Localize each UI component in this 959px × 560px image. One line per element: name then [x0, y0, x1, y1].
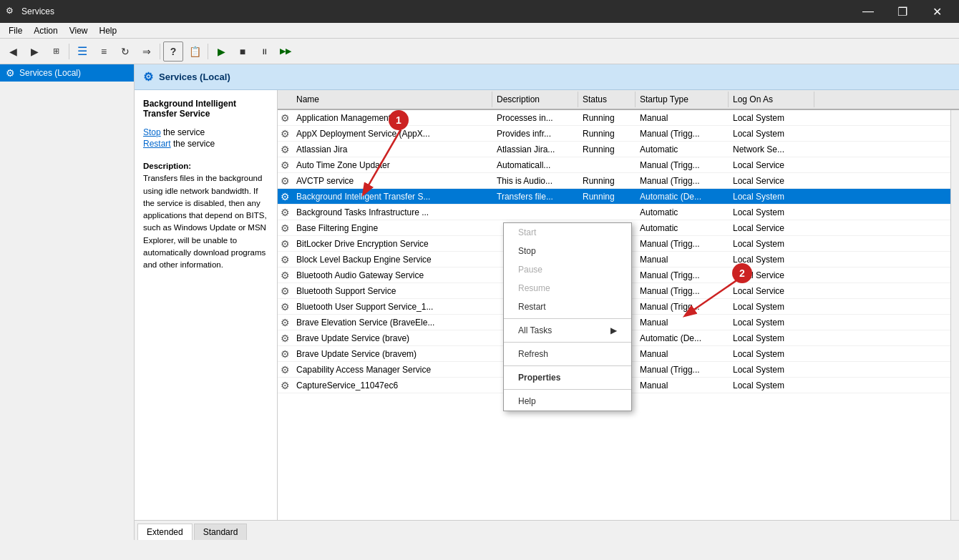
context-menu-item-properties[interactable]: Properties: [504, 368, 631, 387]
row-logon: Local System: [729, 332, 814, 345]
row-name: Brave Elevation Service (BraveEle...: [292, 316, 492, 329]
row-name: AVCTP service: [292, 175, 492, 187]
table-row[interactable]: ⚙ AVCTP service This is Audio... Running…: [278, 173, 959, 189]
context-menu-item-pause: Pause: [504, 260, 631, 279]
services-header-icon: ⚙: [143, 70, 153, 84]
table-row[interactable]: ⚙ Background Tasks Infrastructure ... Au…: [278, 205, 959, 220]
row-logon: Local System: [729, 363, 814, 376]
app-title: Services: [21, 6, 852, 16]
show-hide-button[interactable]: ☰: [72, 41, 92, 62]
row-startup: Manual (Trigg...: [636, 269, 729, 282]
row-logon: Local System: [729, 190, 814, 203]
forward-button[interactable]: ▶: [24, 41, 44, 62]
menu-view[interactable]: View: [64, 24, 94, 37]
row-desc: Transfers file...: [492, 190, 578, 203]
tab-standard[interactable]: Standard: [194, 524, 248, 540]
properties-button[interactable]: 📋: [185, 41, 205, 62]
table-row[interactable]: ⚙ Application Management Processes in...…: [278, 110, 959, 126]
tab-extended[interactable]: Extended: [137, 524, 193, 540]
row-logon: Local System: [729, 300, 814, 313]
restart-link[interactable]: Restart: [143, 139, 171, 149]
context-menu-item-refresh[interactable]: Refresh: [504, 345, 631, 363]
row-logon: Local System: [729, 316, 814, 329]
context-menu-item-help[interactable]: Help: [504, 392, 631, 411]
row-status: [578, 164, 636, 167]
row-startup: Manual (Trigg...: [636, 363, 729, 376]
row-name: Capability Access Manager Service: [292, 363, 492, 376]
toolbar-separator-1: [69, 44, 69, 59]
context-menu-separator: [504, 365, 631, 366]
context-menu-item-all-tasks[interactable]: All Tasks▶: [504, 321, 631, 340]
row-icon: ⚙: [278, 268, 292, 283]
minimize-button[interactable]: —: [852, 0, 885, 23]
row-icon: ⚙: [278, 252, 292, 267]
row-desc: [492, 211, 578, 214]
col-header-status[interactable]: Status: [578, 92, 636, 107]
service-info-panel: Background Intelligent Transfer Service …: [135, 90, 278, 520]
export-button[interactable]: ⇒: [137, 41, 157, 62]
row-desc: Atlassian Jira...: [492, 143, 578, 156]
list-button[interactable]: ≡: [94, 41, 114, 62]
col-header-startup[interactable]: Startup Type: [636, 92, 729, 107]
stop-service-link[interactable]: Stop the service: [143, 127, 268, 137]
app-icon: ⚙: [6, 6, 17, 17]
menu-action[interactable]: Action: [28, 24, 63, 37]
stop-link[interactable]: Stop: [143, 127, 161, 137]
row-icon: ⚙: [278, 190, 292, 204]
row-startup: Manual (Trigg...: [636, 127, 729, 140]
row-logon: Local System: [729, 379, 814, 392]
table-row[interactable]: ⚙ AppX Deployment Service (AppX... Provi…: [278, 126, 959, 142]
row-status: Running: [578, 143, 636, 156]
table-row[interactable]: ⚙ Background Intelligent Transfer S... T…: [278, 189, 959, 205]
row-icon: ⚙: [278, 158, 292, 172]
row-startup: Manual: [636, 316, 729, 329]
resume-service-button[interactable]: ▶▶: [276, 41, 296, 62]
table-row[interactable]: ⚙ Atlassian Jira Atlassian Jira... Runni…: [278, 142, 959, 157]
row-name: Base Filtering Engine: [292, 222, 492, 235]
toolbar-separator-2: [160, 44, 160, 59]
row-logon: Local System: [729, 237, 814, 250]
context-menu-item-restart[interactable]: Restart: [504, 298, 631, 316]
table-row[interactable]: ⚙ Auto Time Zone Updater Automaticall...…: [278, 157, 959, 173]
context-menu-separator: [504, 389, 631, 390]
up-button[interactable]: ⊞: [46, 41, 66, 62]
col-header-name[interactable]: Name: [292, 92, 492, 107]
menu-help[interactable]: Help: [94, 24, 123, 37]
row-icon: ⚙: [278, 331, 292, 345]
row-icon: ⚙: [278, 363, 292, 377]
row-name: Block Level Backup Engine Service: [292, 253, 492, 266]
sidebar-item-services-local[interactable]: ⚙ Services (Local): [0, 64, 134, 82]
scrollbar[interactable]: [950, 110, 959, 520]
row-name: AppX Deployment Service (AppX...: [292, 127, 492, 140]
help-button[interactable]: ?: [163, 41, 183, 62]
service-description: Description: Transfers files in the back…: [143, 160, 268, 271]
stop-service-button[interactable]: ■: [233, 41, 253, 62]
back-button[interactable]: ◀: [3, 41, 23, 62]
row-startup: Automatic (De...: [636, 190, 729, 203]
col-header-description[interactable]: Description: [492, 92, 578, 107]
window-controls: — ❐ ✕: [852, 0, 953, 23]
pause-service-button[interactable]: ⏸: [254, 41, 274, 62]
row-icon: ⚙: [278, 315, 292, 330]
close-button[interactable]: ✕: [920, 0, 953, 23]
row-name: CaptureService_11047ec6: [292, 379, 492, 392]
menu-file[interactable]: File: [3, 24, 28, 37]
restart-service-link[interactable]: Restart the service: [143, 139, 268, 149]
context-menu: StartStopPauseResumeRestartAll Tasks▶Ref…: [503, 222, 632, 411]
row-startup: Manual: [636, 348, 729, 360]
start-service-button[interactable]: ▶: [211, 41, 231, 62]
sidebar-item-label: Services (Local): [19, 68, 81, 78]
row-startup: Manual: [636, 253, 729, 266]
row-logon: Local System: [729, 112, 814, 124]
refresh-button[interactable]: ↻: [115, 41, 135, 62]
row-icon: ⚙: [278, 378, 292, 393]
maximize-button[interactable]: ❐: [886, 0, 919, 23]
col-header-logon[interactable]: Log On As: [729, 92, 814, 107]
row-logon: Local Service: [729, 222, 814, 235]
row-startup: Manual: [636, 112, 729, 124]
context-menu-item-stop[interactable]: Stop: [504, 242, 631, 260]
row-logon: Local System: [729, 206, 814, 219]
row-icon: ⚙: [278, 174, 292, 188]
row-startup: Automatic: [636, 143, 729, 156]
row-name: Bluetooth Audio Gateway Service: [292, 269, 492, 282]
